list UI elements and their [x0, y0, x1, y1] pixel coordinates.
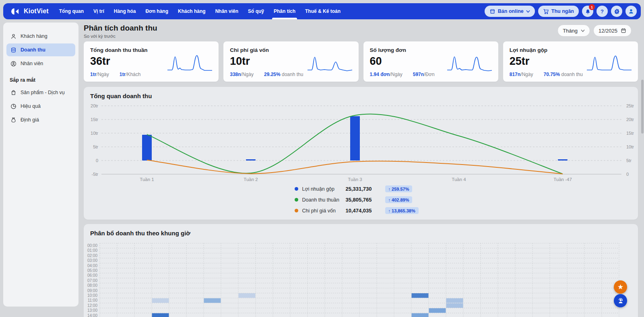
page-title: Phân tích doanh thu [84, 23, 638, 33]
heatmap-hour-label: 04:00 [87, 263, 97, 268]
nav-item-thue-ke-toan[interactable]: Thuế & Kế toán [305, 3, 341, 19]
sidebar-item-khach-hang[interactable]: Khách hàng [6, 30, 75, 43]
sidebar-item-nhan-vien[interactable]: Nhân viên [6, 57, 75, 70]
calendar-icon [621, 28, 626, 33]
left-axis-tick: 15tr [91, 117, 98, 122]
sparkline [446, 54, 493, 74]
support-fab-button[interactable] [614, 294, 627, 307]
sidebar-section-coming-soon: Sắp ra mắt [10, 77, 72, 83]
thu-ngan-button[interactable]: Thu ngân [538, 6, 579, 17]
kpi-card-tong-doanh-thu-thuan[interactable]: Tổng doanh thu thuần 36tr 1tr/Ngày 1tr/K… [84, 41, 219, 82]
right-axis-tick: 5tr [626, 158, 632, 163]
heatmap-hour-label: 07:00 [87, 278, 97, 283]
performance-icon [10, 103, 17, 109]
heatmap-cell[interactable] [446, 298, 463, 303]
hourly-distribution-section: Phân bổ doanh thu theo khung giờ 00:0001… [84, 224, 638, 317]
nav-item-khach-hang[interactable]: Khách hàng [178, 3, 206, 19]
bar-loi-nhuan-gop[interactable] [142, 135, 152, 161]
legend-row-chi-phi-gia-von[interactable]: Chi phí giá vốn 10,474,035 ↑ 13,865.38% [295, 205, 427, 216]
gear-icon [614, 8, 620, 14]
right-axis-tick: 25tr [626, 103, 634, 108]
left-axis-tick: 5tr [93, 144, 98, 149]
bar-loi-nhuan-gop[interactable] [558, 159, 568, 161]
kiotviet-logo-icon [10, 7, 21, 16]
chevron-down-icon [581, 29, 585, 32]
kpi-card-loi-nhuan-gop[interactable]: Lợi nhuận gộp 25tr 817n/Ngày 70.75% doan… [503, 41, 638, 82]
heatmap-cell[interactable] [204, 298, 221, 303]
x-axis-label: Tuần 3 [348, 177, 362, 182]
scrollbar-thumb[interactable] [641, 80, 644, 134]
heatmap-hour-label: 06:00 [87, 273, 97, 278]
right-axis-tick: 15tr [626, 131, 634, 136]
heatmap-hour-label: 02:00 [87, 253, 97, 258]
page-subtitle: So với kỳ trước [84, 34, 638, 39]
nav-menu: Tổng quan Vị trí Hàng hóa Đơn hàng Khách… [59, 3, 341, 19]
nav-item-vi-tri[interactable]: Vị trí [93, 3, 104, 19]
heatmap-cell[interactable] [412, 293, 429, 298]
settings-button[interactable] [611, 6, 622, 17]
bar-loi-nhuan-gop[interactable] [246, 159, 256, 161]
sidebar-item-san-pham-dich-vu[interactable]: Sản phẩm - Dịch vụ [6, 86, 75, 99]
sparkline [586, 54, 632, 74]
nav-item-nhan-vien[interactable]: Nhân viên [215, 3, 238, 19]
x-axis-label: Tuần 4 [452, 177, 466, 182]
customer-icon [10, 33, 17, 39]
chevron-down-icon [526, 10, 530, 13]
nav-item-don-hang[interactable]: Đơn hàng [145, 3, 168, 19]
sidebar-item-doanh-thu[interactable]: Doanh thu [6, 43, 75, 56]
date-picker[interactable]: 12/2025 [593, 25, 632, 37]
heatmap-title: Phân bổ doanh thu theo khung giờ [84, 224, 638, 237]
help-button[interactable]: ? [597, 6, 608, 17]
heatmap-hour-label: 08:00 [87, 283, 97, 288]
x-axis-label: Tuần 1 [140, 177, 154, 182]
heatmap-cell[interactable] [446, 303, 463, 308]
kpi-row: Tổng doanh thu thuần 36tr 1tr/Ngày 1tr/K… [84, 41, 638, 82]
period-selector[interactable]: Tháng [557, 25, 590, 37]
brand[interactable]: KiotViet [10, 7, 49, 16]
ban-online-button[interactable]: Bán online [485, 6, 535, 17]
heatmap-hour-label: 11:00 [88, 298, 98, 303]
notifications-button[interactable]: 1 [582, 6, 593, 17]
nav-item-so-quy[interactable]: Sổ quỹ [248, 3, 264, 19]
line-chi-phi-gia-von [147, 160, 563, 174]
heatmap-cell[interactable] [429, 308, 446, 313]
product-icon [10, 90, 17, 96]
sidebar-item-hieu-qua[interactable]: Hiệu quả [6, 100, 75, 113]
heatmap-cell[interactable] [239, 293, 256, 298]
legend-row-loi-nhuan-gop[interactable]: Lợi nhuận gộp 25,331,730 ↑ 259.57% [295, 183, 427, 194]
rewards-fab-button[interactable]: ★ [614, 280, 627, 294]
nav-item-phan-tich[interactable]: Phân tích [274, 3, 295, 19]
left-axis-tick: 0 [96, 158, 98, 163]
heatmap-cell[interactable] [152, 298, 169, 303]
heatmap-hour-label: 05:00 [87, 268, 97, 273]
heatmap-cell[interactable] [152, 313, 169, 317]
heatmap-hour-label: 12:00 [87, 303, 97, 308]
store-icon [489, 8, 495, 14]
support-agent-icon [617, 297, 624, 305]
nav-item-tong-quan[interactable]: Tổng quan [59, 3, 84, 19]
sidebar-item-dinh-gia[interactable]: Định giá [6, 113, 75, 126]
revenue-overview-section: Tổng quan doanh thu 20tr25tr15tr20tr10tr… [84, 87, 638, 220]
sparkline [307, 54, 353, 74]
legend-dot-orange [295, 209, 298, 212]
heatmap-hour-label: 10:00 [87, 293, 97, 298]
cart-icon [543, 8, 549, 14]
heatmap-hour-label: 09:00 [87, 288, 97, 293]
change-badge: ↑ 402.89% [385, 196, 413, 203]
heatmap-hour-label: 01:00 [87, 248, 97, 253]
account-button[interactable] [625, 6, 637, 17]
top-nav: KiotViet Tổng quan Vị trí Hàng hóa Đơn h… [3, 3, 641, 19]
kpi-card-chi-phi-gia-von[interactable]: Chi phí giá vốn 10tr 338n/Ngày 29.25% do… [223, 41, 358, 82]
bar-loi-nhuan-gop[interactable] [350, 116, 360, 161]
heatmap-cell[interactable] [412, 313, 429, 317]
page-header: Phân tích doanh thu So với kỳ trước Thán… [84, 23, 638, 41]
left-axis-tick: 10tr [91, 131, 98, 136]
overview-chart: 20tr25tr15tr20tr10tr15tr5tr10tr05tr-5tr0… [84, 100, 638, 183]
nav-right: Bán online Thu ngân 1 ? [485, 3, 637, 19]
help-icon: ? [601, 8, 604, 14]
legend-row-doanh-thu-thuan[interactable]: Doanh thu thuần 35,805,765 ↑ 402.89% [295, 194, 427, 205]
kpi-card-so-luong-don[interactable]: Số lượng đơn 60 1.94 đơn/Ngày 597n/Đơn [363, 41, 498, 82]
left-axis-tick: 20tr [91, 103, 98, 108]
nav-item-hang-hoa[interactable]: Hàng hóa [114, 3, 136, 19]
staff-icon [10, 61, 17, 67]
